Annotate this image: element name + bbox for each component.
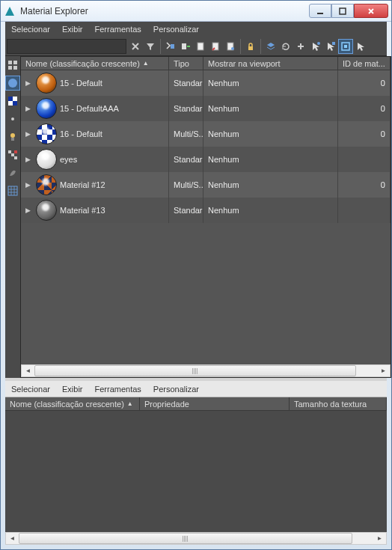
material-viewport: Nenhum — [203, 198, 338, 223]
upper-pane: Nome (classificação crescente)▲ Tipo Mos… — [5, 56, 387, 378]
svg-rect-4 — [197, 43, 203, 50]
strip-sphere-icon[interactable] — [5, 76, 20, 91]
select-none-icon[interactable] — [178, 39, 193, 54]
svg-rect-2 — [171, 44, 174, 49]
menu2-selecionar[interactable]: Selecionar — [11, 385, 50, 394]
search-input[interactable] — [7, 39, 126, 54]
material-type: Standard — [169, 70, 203, 96]
add-icon[interactable] — [293, 39, 308, 54]
material-swatch — [36, 174, 57, 195]
menubar-bottom: Selecionar Exibir Ferramentas Personaliz… — [5, 381, 387, 397]
table-row[interactable]: ▶Material #12Multi/S...Nenhum0 — [21, 172, 391, 198]
window-title: Material Explorer — [20, 6, 309, 16]
table2-header: Nome (classificação crescente)▲ Propried… — [5, 397, 387, 411]
scroll-thumb[interactable] — [34, 365, 356, 376]
cursor-2-icon[interactable] — [323, 39, 338, 54]
lock-icon[interactable] — [243, 39, 258, 54]
material-name: Material #12 — [60, 180, 105, 189]
material-type: Standard — [169, 96, 203, 121]
svg-rect-23 — [11, 138, 14, 141]
filter-icon[interactable] — [143, 39, 158, 54]
material-table: Nome (classificação crescente)▲ Tipo Mos… — [20, 56, 391, 378]
col-name-header[interactable]: Nome (classificação crescente)▲ — [21, 57, 169, 70]
strip-checker-icon[interactable] — [5, 94, 20, 109]
h-scrollbar-bottom[interactable]: ◄ ► — [5, 532, 387, 545]
svg-point-22 — [10, 133, 15, 138]
scroll-right-icon[interactable]: ► — [373, 533, 386, 544]
menu-exibir[interactable]: Exibir — [62, 25, 83, 34]
close-button[interactable] — [354, 4, 388, 18]
page-2-icon[interactable] — [208, 39, 223, 54]
material-swatch — [36, 123, 57, 144]
material-viewport: Nenhum — [203, 70, 338, 96]
scroll-thumb[interactable] — [19, 533, 352, 544]
scroll-right-icon[interactable]: ► — [377, 365, 390, 376]
material-name: eyes — [60, 155, 77, 164]
menu2-exibir[interactable]: Exibir — [62, 385, 83, 394]
material-name: 15 - DefaultAAA — [60, 104, 119, 113]
svg-rect-25 — [11, 153, 14, 156]
page-3-icon[interactable] — [223, 39, 238, 54]
material-type: Standard — [169, 198, 203, 223]
menu-personalizar[interactable]: Personalizar — [153, 25, 199, 34]
expand-icon[interactable]: ▶ — [25, 79, 33, 87]
app-icon — [4, 5, 16, 17]
material-id — [338, 198, 391, 223]
expand-icon[interactable]: ▶ — [25, 207, 33, 214]
svg-rect-14 — [13, 61, 17, 64]
scroll-left-icon[interactable]: ◄ — [6, 533, 19, 544]
menubar-top: Selecionar Exibir Ferramentas Personaliz… — [5, 22, 387, 37]
clear-search-icon[interactable] — [128, 39, 143, 54]
strip-leaf-icon[interactable] — [5, 165, 20, 180]
strip-grid-icon[interactable] — [5, 183, 20, 198]
sort-asc-icon: ▲ — [143, 60, 149, 67]
col2-name-header[interactable]: Nome (classificação crescente)▲ — [5, 397, 140, 410]
material-id: 0 — [338, 70, 391, 96]
svg-rect-28 — [8, 186, 17, 195]
client-area: Selecionar Exibir Ferramentas Personaliz… — [5, 22, 387, 545]
table-row[interactable]: ▶15 - DefaultAAAStandardNenhum0 — [21, 96, 391, 121]
scroll-left-icon[interactable]: ◄ — [22, 365, 34, 376]
maximize-button[interactable] — [331, 4, 354, 18]
strip-dot-icon[interactable] — [5, 111, 20, 126]
expand-icon[interactable]: ▶ — [25, 156, 33, 163]
page-1-icon[interactable] — [193, 39, 208, 54]
table-row[interactable]: ▶16 - DefaultMulti/S...Nenhum0 — [21, 121, 391, 147]
table-row[interactable]: ▶Material #13StandardNenhum — [21, 198, 391, 223]
cursor-1-icon[interactable] — [308, 39, 323, 54]
col2-tex-header[interactable]: Tamanho da textura — [290, 397, 387, 410]
select-all-icon[interactable] — [163, 39, 178, 54]
expand-icon[interactable]: ▶ — [25, 181, 33, 189]
strip-checker2-icon[interactable] — [5, 147, 20, 162]
menu2-personalizar[interactable]: Personalizar — [153, 385, 199, 394]
col-viewport-header[interactable]: Mostrar na viewport — [203, 57, 338, 70]
minimize-button[interactable] — [309, 4, 331, 18]
h-scrollbar-top[interactable]: ◄ ► — [21, 364, 391, 377]
col-id-header[interactable]: ID de mat... — [338, 57, 391, 70]
menu2-ferramentas[interactable]: Ferramentas — [95, 385, 141, 394]
expand-icon[interactable]: ▶ — [25, 130, 33, 138]
svg-rect-8 — [248, 46, 253, 50]
svg-rect-20 — [13, 101, 17, 106]
refresh-icon[interactable] — [278, 39, 293, 54]
svg-rect-0 — [317, 13, 323, 14]
material-name: Material #13 — [60, 206, 105, 215]
expand-icon[interactable]: ▶ — [25, 105, 33, 112]
strip-light-icon[interactable] — [5, 129, 20, 144]
menu-ferramentas[interactable]: Ferramentas — [95, 25, 141, 34]
table-row[interactable]: ▶15 - DefaultStandardNenhum0 — [21, 70, 391, 96]
table-row[interactable]: ▶eyesStandardNenhum — [21, 147, 391, 172]
material-viewport: Nenhum — [203, 121, 338, 147]
col2-prop-header[interactable]: Propriedade — [140, 397, 290, 410]
col-type-header[interactable]: Tipo — [169, 57, 203, 70]
cursor-3-icon[interactable] — [353, 39, 368, 54]
svg-rect-19 — [8, 97, 13, 101]
svg-rect-15 — [8, 66, 12, 70]
left-icon-strip — [5, 56, 20, 378]
svg-rect-3 — [182, 43, 186, 49]
layers-icon[interactable] — [263, 39, 278, 54]
menu-selecionar[interactable]: Selecionar — [11, 25, 50, 34]
svg-rect-24 — [8, 150, 11, 153]
sync-selection-icon[interactable] — [338, 39, 353, 54]
strip-view-icon[interactable] — [5, 58, 20, 73]
